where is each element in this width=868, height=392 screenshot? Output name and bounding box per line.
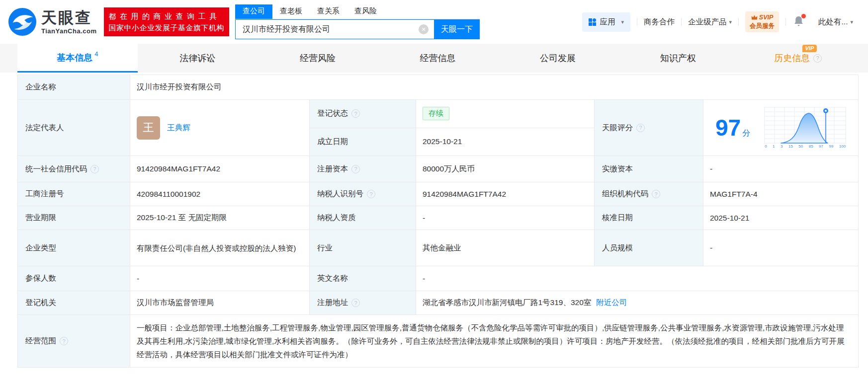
help-icon[interactable]: ? xyxy=(351,299,360,307)
notification-dot xyxy=(801,14,806,18)
insured-count-label: 参保人数 xyxy=(18,266,130,291)
help-icon[interactable]: ? xyxy=(60,337,68,345)
tab-legal-proceedings[interactable]: 法律诉讼 xyxy=(138,44,258,73)
help-icon[interactable]: ? xyxy=(90,165,99,173)
business-term-label: 营业期限 xyxy=(18,206,130,230)
tyc-score-cell: 97 分 xyxy=(703,100,859,156)
chevron-down-icon: ▾ xyxy=(729,19,732,25)
taxpayer-id-label: 纳税人识别号 xyxy=(317,189,363,199)
org-code-label-cell: 组织机构代码 ? xyxy=(595,182,703,206)
reg-address-value: 湖北省孝感市汉川市新河镇电厂路1号319、320室 xyxy=(423,298,591,308)
legal-rep-label: 法定代表人 xyxy=(18,100,130,156)
credit-code-value: 91420984MAG1FT7A42 xyxy=(130,156,310,182)
search-box: ✕ 天眼一下 xyxy=(235,19,480,39)
nearby-companies-link[interactable]: 附近公司 xyxy=(596,298,627,308)
tab-history-label: 历史信息 xyxy=(774,52,810,64)
site-logo[interactable]: 天眼查 TianYanCha.com xyxy=(8,7,97,36)
company-name-label: 企业名称 xyxy=(18,75,130,100)
notification-bell-icon[interactable] xyxy=(793,15,804,29)
taxpayer-id-label-cell: 纳税人识别号 ? xyxy=(310,182,416,206)
help-icon[interactable]: ? xyxy=(351,109,360,118)
company-type-value: 有限责任公司(非自然人投资或控股的法人独资) xyxy=(130,230,310,266)
apps-menu[interactable]: 应用 ▾ xyxy=(582,12,630,32)
credit-code-label-cell: 统一社会信用代码 ? xyxy=(18,156,130,182)
help-icon[interactable]: ? xyxy=(652,190,660,198)
crown-icon xyxy=(751,15,758,20)
help-icon[interactable]: ? xyxy=(351,165,360,173)
reg-address-cell: 湖北省孝感市汉川市新河镇电厂路1号319、320室 附近公司 xyxy=(416,291,859,315)
svip-member-button[interactable]: SVIP 会员服务 xyxy=(745,11,779,32)
tab-operating-risk[interactable]: 经营风险 xyxy=(258,44,378,73)
taxpayer-quality-label: 纳税人资质 xyxy=(310,206,416,230)
table-row: 营业期限 2025-10-21 至 无固定期限 纳税人资质 - 核准日期 202… xyxy=(18,206,858,230)
credit-code-label: 统一社会信用代码 xyxy=(25,164,87,174)
reg-number-value: 420984110001902 xyxy=(130,182,310,206)
nav-divider xyxy=(785,18,786,26)
brand-name: 天眼查 xyxy=(41,10,97,25)
english-name-value: - xyxy=(416,266,859,291)
basic-info-table: 企业名称 汉川市经开投资有限公司 法定代表人 王 王典辉 登记状态 ? 存续 xyxy=(17,75,858,368)
score-distribution-chart[interactable]: 0131550859799100 xyxy=(764,107,846,149)
tyc-score-unit: 分 xyxy=(742,128,750,139)
taxpayer-quality-value: - xyxy=(416,206,595,230)
help-icon[interactable]: ? xyxy=(813,54,822,63)
establish-date-label-cell: 成立日期 xyxy=(310,128,416,156)
help-icon[interactable]: ? xyxy=(367,190,375,198)
slogan-line1: 都在用的商业查询工具 xyxy=(109,10,225,22)
reg-address-label-cell: 注册地址 ? xyxy=(310,291,416,315)
apps-grid-icon xyxy=(589,18,596,26)
taxpayer-id-value: 91420984MAG1FT7A42 xyxy=(416,182,595,206)
reg-authority-value: 汉川市市场监督管理局 xyxy=(130,291,310,315)
nav-enterprise-products[interactable]: 企业级产品 ▾ xyxy=(688,17,732,27)
industry-value: 其他金融业 xyxy=(416,230,595,266)
help-icon[interactable]: ? xyxy=(636,124,645,132)
search-tab-boss[interactable]: 查老板 xyxy=(272,4,310,19)
table-row: 经营范围 ? 一般项目：企业总部管理,土地整治服务,工程管理服务,物业管理,园区… xyxy=(18,315,858,368)
table-row: 企业类型 有限责任公司(非自然人投资或控股的法人独资) 行业 其他金融业 人员规… xyxy=(18,230,858,266)
tab-company-development[interactable]: 公司发展 xyxy=(498,44,618,73)
business-term-value: 2025-10-21 至 无固定期限 xyxy=(130,206,310,230)
brand-slogan-badge: 都在用的商业查询工具 国家中小企业发展子基金旗下机构 xyxy=(104,7,230,37)
svip-label-bottom: 会员服务 xyxy=(750,22,775,29)
tab-operating-info[interactable]: 经营信息 xyxy=(378,44,498,73)
tab-basic-info[interactable]: 基本信息 4 xyxy=(17,44,138,73)
apps-label: 应用 xyxy=(600,17,615,27)
brand-text: 天眼查 TianYanCha.com xyxy=(41,10,97,34)
search-area: 查公司 查老板 查关系 查风险 ✕ 天眼一下 xyxy=(235,4,480,39)
company-name-value: 汉川市经开投资有限公司 xyxy=(130,75,859,100)
reg-status-value-cell: 存续 xyxy=(416,100,594,128)
tab-basic-info-label: 基本信息 xyxy=(57,52,92,64)
search-tab-company[interactable]: 查公司 xyxy=(235,4,272,19)
tab-intellectual-property[interactable]: 知识产权 xyxy=(618,44,738,73)
header-nav: 应用 ▾ 商务合作 企业级产品 ▾ SVIP 会员服务 xyxy=(582,11,868,32)
tyc-score-value: 97 xyxy=(715,116,741,139)
legal-rep-cell: 王 王典辉 xyxy=(130,100,310,156)
business-scope-value: 一般项目：企业总部管理,土地整治服务,工程管理服务,物业管理,园区管理服务,普通… xyxy=(130,315,859,368)
legal-rep-link[interactable]: 王典辉 xyxy=(167,123,190,133)
enterprise-products-label: 企业级产品 xyxy=(688,17,727,27)
account-menu[interactable]: 此处有... ▾ xyxy=(818,17,853,27)
search-tab-relation[interactable]: 查关系 xyxy=(310,4,347,19)
table-row: 工商注册号 420984110001902 纳税人识别号 ? 91420984M… xyxy=(18,182,858,206)
paid-capital-label: 实缴资本 xyxy=(595,156,703,182)
paid-capital-value: - xyxy=(703,156,859,182)
staff-size-value: - xyxy=(703,230,859,266)
nav-business-cooperation[interactable]: 商务合作 xyxy=(644,17,675,27)
tyc-score-label: 天眼评分 xyxy=(602,123,633,133)
reg-status-label: 登记状态 xyxy=(317,108,348,119)
chevron-down-icon: ▾ xyxy=(621,19,624,25)
search-input[interactable] xyxy=(236,25,434,34)
top-bar: 天眼查 TianYanCha.com 都在用的商业查询工具 国家中小企业发展子基… xyxy=(0,0,868,44)
search-tab-risk[interactable]: 查风险 xyxy=(347,4,384,19)
staff-size-label: 人员规模 xyxy=(595,230,703,266)
insured-count-value: - xyxy=(130,266,310,291)
table-row: 企业名称 汉川市经开投资有限公司 xyxy=(18,75,858,100)
svip-label-top: SVIP xyxy=(759,13,774,22)
clear-icon[interactable]: ✕ xyxy=(419,24,429,34)
table-row: 法定代表人 王 王典辉 登记状态 ? 存续 成立日期 xyxy=(18,100,858,156)
company-type-label: 企业类型 xyxy=(18,230,130,266)
avatar: 王 xyxy=(137,116,160,140)
nav-divider xyxy=(738,18,739,26)
tab-history-info[interactable]: 历史信息 VIP ? xyxy=(738,44,858,73)
search-button[interactable]: 天眼一下 xyxy=(434,19,480,39)
